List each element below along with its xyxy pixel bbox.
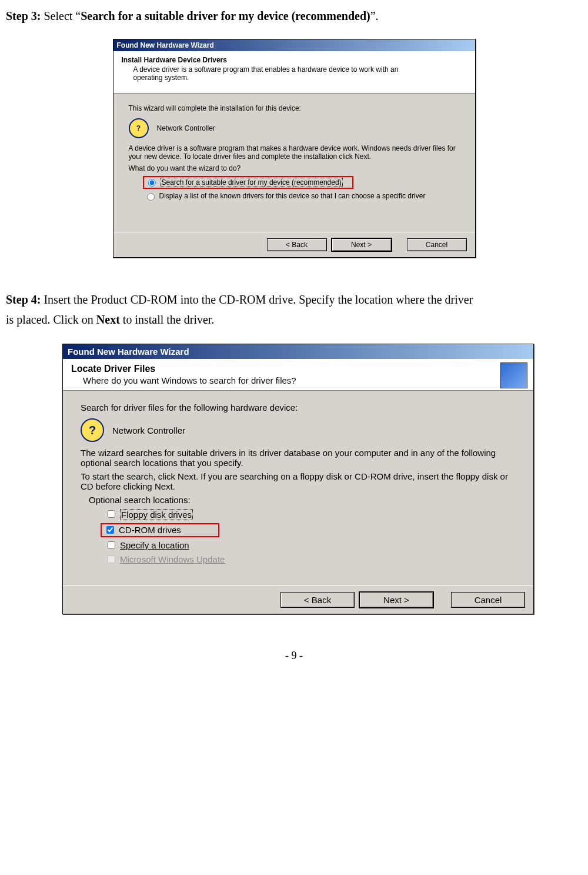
check-cdrom-label: CD-ROM drives bbox=[119, 525, 181, 535]
step4-instruction: Step 4: Insert the Product CD-ROM into t… bbox=[6, 290, 582, 310]
step4-text1: Insert the Product CD-ROM into the CD-RO… bbox=[41, 293, 473, 306]
radio-search-recommended[interactable]: Search for a suitable driver for my devi… bbox=[143, 176, 353, 189]
device-row: ? Network Controller bbox=[129, 118, 460, 138]
check-update-input bbox=[108, 555, 115, 563]
wizard-header-title: Locate Driver Files bbox=[71, 364, 525, 374]
button-row: < Back Next > Cancel bbox=[63, 585, 533, 614]
check-floppy[interactable]: Floppy disk drives bbox=[104, 508, 516, 521]
cancel-button[interactable]: Cancel bbox=[451, 592, 525, 608]
step4-text2: is placed. Click on bbox=[6, 313, 96, 326]
step3-bold: Search for a suitable driver for my devi… bbox=[81, 9, 370, 22]
wizard-body: Search for driver files for the followin… bbox=[63, 391, 533, 585]
question-line: What do you want the wizard to do? bbox=[129, 164, 460, 172]
step4-instruction-line2: is placed. Click on Next to install the … bbox=[6, 310, 582, 330]
step3-instruction: Step 3: Select “Search for a suitable dr… bbox=[6, 6, 582, 26]
check-cdrom-input[interactable] bbox=[106, 526, 114, 534]
explain2: To start the search, click Next. If you … bbox=[81, 471, 516, 491]
question-mark-icon: ? bbox=[81, 418, 104, 442]
radio-display-list[interactable]: Display a list of the known drivers for … bbox=[143, 191, 460, 201]
step4-label: Step 4: bbox=[6, 293, 41, 306]
search-line: Search for driver files for the followin… bbox=[81, 402, 516, 412]
check-cdrom[interactable]: CD-ROM drives bbox=[101, 523, 219, 537]
complete-line: This wizard will complete the installati… bbox=[129, 104, 460, 112]
button-row: < Back Next > Cancel bbox=[113, 232, 475, 257]
wizard-dialog-locate-files: Found New Hardware Wizard Locate Driver … bbox=[62, 344, 534, 614]
check-location-label: Specify a location bbox=[120, 540, 189, 550]
check-location[interactable]: Specify a location bbox=[104, 540, 516, 551]
step4-next-bold: Next bbox=[96, 313, 120, 326]
wizard-header-subtitle: A device driver is a software program th… bbox=[133, 65, 427, 82]
titlebar-text: Found New Hardware Wizard bbox=[68, 347, 529, 357]
wizard-header-subtitle: Where do you want Windows to search for … bbox=[83, 375, 469, 385]
device-row: ? Network Controller bbox=[81, 418, 516, 442]
step3-text-before: Select “ bbox=[41, 9, 81, 22]
step4-text3: to install the driver. bbox=[120, 313, 215, 326]
wizard-body: This wizard will complete the installati… bbox=[113, 94, 475, 232]
wizard-header: Install Hardware Device Drivers A device… bbox=[113, 51, 475, 94]
explain-line: A device driver is a software program th… bbox=[129, 144, 458, 161]
cancel-button[interactable]: Cancel bbox=[407, 238, 467, 251]
titlebar[interactable]: Found New Hardware Wizard bbox=[113, 39, 475, 51]
check-windows-update: Microsoft Windows Update bbox=[104, 554, 516, 565]
question-mark-icon: ? bbox=[129, 118, 149, 138]
wizard-header-title: Install Hardware Device Drivers bbox=[122, 56, 467, 64]
optional-heading: Optional search locations: bbox=[89, 495, 516, 505]
device-name: Network Controller bbox=[112, 425, 185, 435]
back-button[interactable]: < Back bbox=[267, 238, 327, 251]
check-floppy-input[interactable] bbox=[108, 510, 115, 518]
device-name: Network Controller bbox=[157, 124, 215, 132]
next-button[interactable]: Next > bbox=[332, 238, 392, 251]
titlebar[interactable]: Found New Hardware Wizard bbox=[63, 344, 533, 359]
radio-display-label: Display a list of the known drivers for … bbox=[159, 192, 426, 200]
explain1: The wizard searches for suitable drivers… bbox=[81, 448, 516, 468]
check-location-input[interactable] bbox=[108, 541, 115, 549]
step3-text-after: ”. bbox=[370, 9, 379, 22]
radio-search-label: Search for a suitable driver for my devi… bbox=[161, 178, 343, 187]
step3-label: Step 3: bbox=[6, 9, 41, 22]
banner-icon bbox=[500, 362, 527, 388]
check-floppy-label: Floppy disk drives bbox=[120, 509, 193, 520]
back-button[interactable]: < Back bbox=[280, 592, 355, 608]
page-number: - 9 - bbox=[6, 650, 582, 662]
titlebar-text: Found New Hardware Wizard bbox=[117, 41, 472, 49]
wizard-dialog-install-drivers: Found New Hardware Wizard Install Hardwa… bbox=[113, 39, 476, 258]
wizard-header: Locate Driver Files Where do you want Wi… bbox=[63, 359, 533, 391]
radio-search-input[interactable] bbox=[148, 179, 156, 187]
radio-display-input[interactable] bbox=[147, 193, 155, 201]
check-update-label: Microsoft Windows Update bbox=[120, 554, 225, 564]
next-button[interactable]: Next > bbox=[359, 592, 433, 608]
